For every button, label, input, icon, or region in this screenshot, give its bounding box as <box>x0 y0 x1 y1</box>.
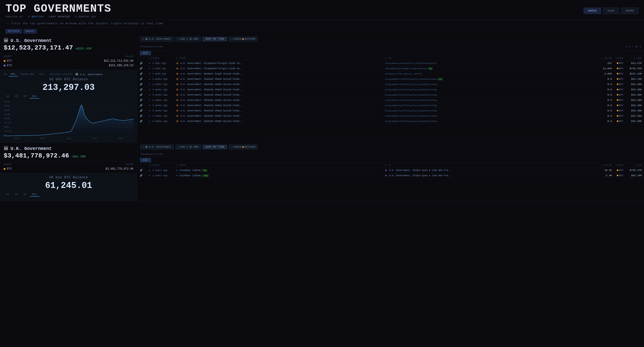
txn-badge-3: +1 <box>438 78 443 81</box>
us-x-labels: 2016 2018 2020 2022 2024 <box>4 137 134 140</box>
uk-gov-filter-chip[interactable]: ✕ 🏛 U.K. Government <box>140 145 174 149</box>
txn-bookmark-10[interactable]: ☆ <box>144 115 149 117</box>
txn-token-dot-8 <box>617 105 618 106</box>
uk-from-text-1: Coinbase (335um)+45 <box>180 174 208 177</box>
uk-right-panel: ✕ 🏛 U.K. Government ✕ USD ≥ $1.00K SORT … <box>138 143 644 201</box>
uk-value-sort-icon: ⇅ <box>601 164 602 167</box>
txn-bookmark-6[interactable]: ☆ <box>144 94 149 96</box>
txn-token-dot-2 <box>617 73 618 75</box>
txn-link-1[interactable]: 🔗 <box>140 67 144 70</box>
txn-token-dot-0 <box>617 62 618 64</box>
us-usd-filter-remove[interactable]: ✕ <box>178 38 180 41</box>
txn-from-text-0: U.S. Government: Potapenko/Turogin Funds… <box>180 62 244 65</box>
us-tab-bal[interactable]: BAL <box>9 72 18 77</box>
txn-bookmark-7[interactable]: ☆ <box>144 99 149 102</box>
y-label-25b: +$2.5B <box>4 130 13 133</box>
txn-time-dot-8: ● <box>149 105 150 107</box>
us-gov-title-row: 🏛 U.S. Government <box>4 38 134 44</box>
txn-link-4[interactable]: 🔗 <box>140 83 144 86</box>
us-gov-filter-icon: 🏛 <box>145 38 148 41</box>
us-tab-1w[interactable]: 1W <box>4 94 12 99</box>
txn-bookmark-8[interactable]: ☆ <box>144 104 149 107</box>
txn-link-7[interactable]: 🔗 <box>140 99 144 102</box>
uk-usd-filter-chip[interactable]: ✕ USD ≥ $1.00K <box>176 145 201 149</box>
txn-bookmark-0[interactable]: ☆ <box>144 62 149 65</box>
txn-time-val-11: 3 weeks ago <box>152 120 168 123</box>
txn-link-11[interactable]: 🔗 <box>140 120 144 123</box>
uk-chain-filter-remove[interactable]: ✕ <box>231 146 233 149</box>
us-sort-chip[interactable]: SORT BY TIME <box>203 37 227 41</box>
us-gov-filter-remove[interactable]: ✕ <box>143 38 144 41</box>
header-left: TOP GOVERNMENTS CREATED BY ⊙ @MATTEO LAS… <box>6 3 111 18</box>
us-chain-filter-chip[interactable]: ✕ CHAIN BITCOIN <box>229 37 258 42</box>
txn-link-8[interactable]: 🔗 <box>140 104 144 107</box>
x-2022: 2022 <box>92 138 97 140</box>
us-asset-header: ASSET VALUE <box>4 55 134 58</box>
txn-bookmark-11[interactable]: ☆ <box>144 120 149 123</box>
uk-sort-chip[interactable]: SORT BY TIME <box>203 145 227 149</box>
uk-tab-3m[interactable]: 3M <box>21 192 29 197</box>
uk-chain-filter-chip[interactable]: ✕ CHAIN BITCOIN <box>229 145 258 149</box>
us-txn-title: TRANSACTIONS <box>140 45 164 48</box>
us-page-total: 48 <box>635 45 638 48</box>
txn-link-9[interactable]: 🔗 <box>140 109 144 112</box>
us-tab-pnl[interactable]: P&L <box>37 72 46 76</box>
uk-tab-all[interactable]: ALL <box>30 192 39 197</box>
txn-bookmark-3[interactable]: ☆ <box>144 78 149 81</box>
txn-link-5[interactable]: 🔗 <box>140 88 144 91</box>
txn-link-2[interactable]: 🔗 <box>140 72 144 75</box>
txn-link-3[interactable]: 🔗 <box>140 78 144 81</box>
us-gov-filter-chip[interactable]: ✕ 🏛 U.S. Government <box>140 37 174 42</box>
txn-link-6[interactable]: 🔗 <box>140 94 144 96</box>
share-button[interactable]: SHARE <box>621 8 638 14</box>
uk-tab-1w[interactable]: 1W <box>4 192 12 197</box>
us-tab-3m[interactable]: 3M <box>21 94 29 99</box>
tag-bitcoin: BITCOIN <box>6 29 22 34</box>
txn-from-0: 🏛 U.S. Government: Potapenko/Turogin Fun… <box>176 62 385 65</box>
save-button[interactable]: SAVE <box>603 8 619 14</box>
uk-txn-link-0[interactable]: 🔗 <box>140 169 144 172</box>
time-sort-down: ▼ <box>158 57 160 60</box>
txn-to-text-9: bc1qzzq6p97njzkf6sfuqzc0jjzzu6x827m7xxl8… <box>385 110 437 112</box>
txn-value-11: 0.5 <box>594 120 612 123</box>
uk-from-sort-icon: ⇅ <box>176 164 178 167</box>
us-next-btn[interactable]: › <box>640 45 641 49</box>
txn-time-dot-7: ● <box>149 99 150 102</box>
txn-value-4: 0.5 <box>594 83 612 86</box>
uk-txn-bookmark-0[interactable]: ☆ <box>144 169 149 172</box>
txn-bookmark-2[interactable]: ☆ <box>144 72 149 75</box>
txn-bookmark-4[interactable]: ☆ <box>144 83 149 86</box>
txn-bookmark-9[interactable]: ☆ <box>144 109 149 112</box>
txn-bookmark-5[interactable]: ☆ <box>144 88 149 91</box>
us-tab-1m[interactable]: 1M <box>12 94 20 99</box>
txn-link-0[interactable]: 🔗 <box>140 62 144 65</box>
uk-left-panel: 🏛 U.K. Government $3,481,778,972.46 +$81… <box>0 143 138 201</box>
uk-txn-time-1: ● 3 years ago <box>149 174 176 177</box>
uk-usd-filter-remove[interactable]: ✕ <box>178 146 180 149</box>
us-txn-header: TRANSACTIONS ‹ 1 / 48 › <box>138 44 644 50</box>
txn-token-4: BTC <box>612 83 624 86</box>
txn-link-10[interactable]: 🔗 <box>140 115 144 117</box>
txn-from-11: 🏛 U.S. Government: Shakeeb Ahmed Seized … <box>176 120 385 123</box>
uk-tab-1m[interactable]: 1M <box>12 192 20 197</box>
txn-bookmark-1[interactable]: ☆ <box>144 67 149 70</box>
uk-txn-bookmark-1[interactable]: ☆ <box>144 174 149 177</box>
us-all-tab[interactable]: all <box>140 51 151 55</box>
us-tab-all[interactable]: ALL <box>30 94 39 99</box>
txn-usd-11: $33.40K <box>624 120 642 123</box>
uk-txn-time-val-1: 3 years ago <box>152 174 168 177</box>
uk-usd-sort-icon: ⇅ <box>634 164 635 167</box>
us-usd-filter-chip[interactable]: ✕ USD ≥ $1.00K <box>176 37 201 42</box>
uk-txn-rows: 🔗 ☆ ● 3 years ago ● Coinbase (1N1sk)+1 🏛… <box>138 168 644 178</box>
txn-time-1: ● 1 week ago <box>149 67 176 70</box>
us-tab-tokenbal[interactable]: TOKEN BAL <box>18 72 37 76</box>
uk-asset-table: ASSET VALUE BTC $3,481,778,972.46 <box>0 161 137 173</box>
uk-gov-filter-remove[interactable]: ✕ <box>143 146 144 149</box>
uk-txn-link-1[interactable]: 🔗 <box>140 174 144 177</box>
us-chain-filter-remove[interactable]: ✕ <box>231 38 233 41</box>
admin-button[interactable]: ADMIN <box>584 8 601 14</box>
subtitle-text: Track the top governments on Arkham with… <box>11 22 163 25</box>
txn-time-3: ● 3 weeks ago <box>149 78 176 81</box>
us-prev-btn[interactable]: ‹ <box>626 45 628 49</box>
uk-all-tab[interactable]: all <box>140 158 151 162</box>
